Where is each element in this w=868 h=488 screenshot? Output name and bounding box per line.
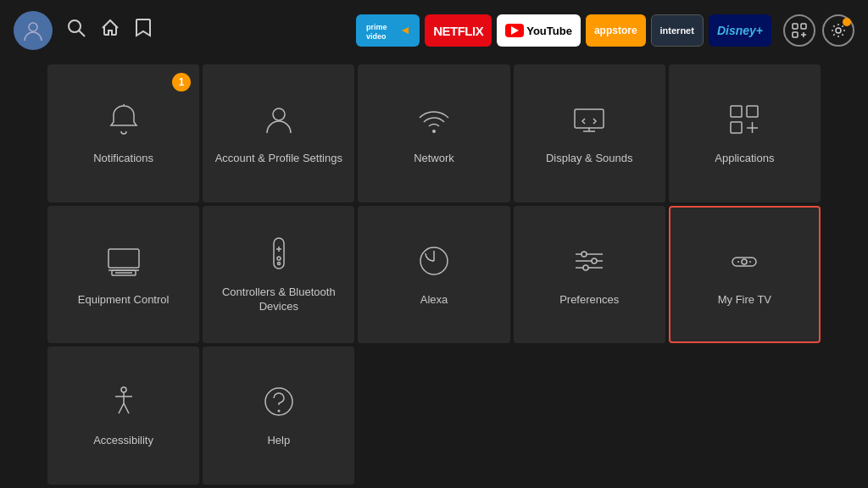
tile-my-fire-tv[interactable]: My Fire TV [669, 206, 821, 344]
tile-display-sounds-label: Display & Sounds [546, 152, 633, 166]
display-icon [570, 101, 608, 143]
youtube-label: YouTube [526, 25, 572, 37]
topbar-apps: prime video NETFLIX YouTube appstore int… [356, 14, 771, 47]
tile-accessibility-label: Accessibility [93, 434, 153, 448]
svg-rect-21 [108, 249, 139, 268]
app-netflix[interactable]: NETFLIX [425, 14, 492, 47]
tv-icon [105, 242, 142, 285]
wifi-icon [415, 101, 453, 143]
svg-point-12 [432, 130, 436, 133]
accessibility-icon [105, 383, 142, 425]
svg-point-34 [581, 252, 587, 257]
svg-rect-16 [731, 106, 742, 117]
svg-rect-17 [747, 106, 758, 117]
alexa-icon [415, 242, 453, 285]
tile-preferences-label: Preferences [559, 293, 619, 308]
app-youtube[interactable]: YouTube [497, 14, 581, 47]
tile-help-label: Help [267, 434, 290, 448]
svg-point-44 [277, 410, 280, 413]
svg-marker-5 [402, 27, 409, 34]
tile-help[interactable]: Help [203, 347, 354, 485]
svg-point-1 [69, 20, 81, 32]
app-appstore[interactable]: appstore [586, 14, 646, 47]
svg-point-29 [277, 263, 280, 265]
svg-point-9 [836, 28, 841, 33]
tile-network[interactable]: Network [358, 64, 509, 202]
settings-grid: 1 Notifications Account & Profile Settin… [0, 61, 868, 488]
svg-rect-25 [274, 238, 284, 269]
svg-text:prime: prime [366, 23, 387, 31]
topbar-right [783, 14, 854, 47]
svg-rect-8 [793, 32, 798, 37]
tile-preferences[interactable]: Preferences [514, 206, 665, 344]
grid-view-icon[interactable] [783, 14, 815, 47]
tile-display-sounds[interactable]: Display & Sounds [514, 64, 665, 202]
account-icon [260, 101, 298, 143]
applications-icon [726, 101, 763, 143]
tile-account-label: Account & Profile Settings [215, 152, 342, 166]
svg-point-38 [742, 259, 747, 264]
svg-point-41 [121, 387, 126, 392]
bookmark-icon[interactable] [134, 18, 153, 43]
svg-point-36 [583, 265, 588, 270]
appstore-label: appstore [594, 25, 637, 36]
tile-controllers[interactable]: Controllers & Bluetooth Devices [203, 206, 354, 344]
tile-equipment-control[interactable]: Equipment Control [47, 206, 199, 344]
notification-badge: 1 [172, 73, 191, 92]
youtube-logo [505, 24, 524, 37]
tile-applications[interactable]: Applications [669, 64, 821, 202]
svg-point-0 [29, 23, 37, 31]
tile-network-label: Network [414, 152, 454, 166]
tile-account[interactable]: Account & Profile Settings [203, 64, 354, 202]
internet-label: internet [660, 25, 694, 36]
tile-accessibility[interactable]: Accessibility [47, 347, 199, 485]
app-internet[interactable]: internet [651, 14, 704, 47]
search-icon[interactable] [66, 18, 86, 43]
svg-rect-13 [575, 109, 604, 128]
app-prime-video[interactable]: prime video [356, 14, 420, 47]
topbar-left [14, 11, 153, 50]
app-disney-plus[interactable]: Disney+ [709, 14, 771, 47]
svg-point-35 [592, 258, 597, 263]
tile-equipment-control-label: Equipment Control [78, 293, 170, 308]
sliders-icon [570, 242, 608, 285]
settings-gear-icon[interactable] [822, 14, 854, 47]
svg-point-28 [277, 257, 281, 260]
youtube-play-icon [511, 26, 519, 35]
tile-alexa-label: Alexa [420, 293, 448, 308]
svg-text:video: video [366, 32, 387, 41]
help-icon [260, 383, 298, 425]
tile-controllers-label: Controllers & Bluetooth Devices [211, 286, 346, 314]
youtube-inner: YouTube [505, 24, 572, 37]
svg-point-11 [273, 108, 285, 120]
notification-dot [843, 18, 851, 26]
disney-label: Disney+ [717, 24, 763, 37]
bell-icon [105, 101, 142, 143]
svg-rect-6 [793, 24, 798, 29]
topbar: prime video NETFLIX YouTube appstore int… [0, 0, 868, 61]
home-icon[interactable] [100, 18, 120, 43]
remote-icon [260, 235, 298, 277]
svg-line-2 [79, 30, 85, 36]
tile-alexa[interactable]: Alexa [358, 206, 509, 344]
avatar[interactable] [14, 11, 53, 50]
netflix-label: NETFLIX [433, 24, 483, 38]
tile-applications-label: Applications [715, 152, 774, 166]
tile-notifications-label: Notifications [93, 152, 153, 166]
fire-tv-remote-icon [726, 242, 763, 285]
tile-notifications[interactable]: 1 Notifications [47, 64, 199, 202]
svg-rect-18 [731, 122, 742, 133]
tile-my-fire-tv-label: My Fire TV [718, 293, 771, 308]
svg-rect-7 [801, 24, 806, 29]
